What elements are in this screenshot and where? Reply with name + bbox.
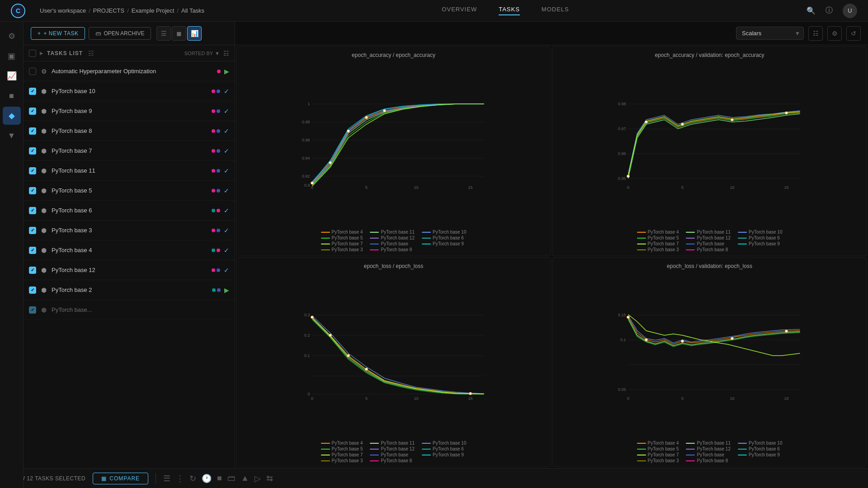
legend-color xyxy=(422,244,431,244)
task-checkbox-base3[interactable] xyxy=(29,227,36,234)
tab-models[interactable]: MODELS xyxy=(542,6,569,15)
open-archive-button[interactable]: 🗃 OPEN ARCHIVE xyxy=(89,27,151,40)
layout-icon[interactable]: ⚙ xyxy=(827,26,842,41)
open-archive-label: OPEN ARCHIVE xyxy=(104,30,144,37)
sidebar-item-experiments[interactable]: 📈 xyxy=(3,67,21,85)
search-icon[interactable]: 🔍 xyxy=(807,6,816,15)
content-area: Scalars Plots Debug Samples ▼ ☷ ⚙ ↺ epoc… xyxy=(235,22,868,468)
task-item-base3[interactable]: ⬢ PyTorch base 3 ✓ xyxy=(24,221,235,240)
task-item-base10[interactable]: ⬢ PyTorch base 10 ✓ xyxy=(24,81,235,101)
task-checkbox-base6[interactable] xyxy=(29,207,36,214)
task-checkbox-base9[interactable] xyxy=(29,108,36,115)
new-task-button[interactable]: + + NEW TASK xyxy=(31,27,85,40)
task-checkbox-base10[interactable] xyxy=(29,88,36,95)
svg-point-33 xyxy=(645,121,648,123)
legend-label: PyTorch base 4 xyxy=(648,230,679,235)
view-list-button[interactable]: ☰ xyxy=(156,26,171,41)
task-item-partial[interactable]: ⬢ PyTorch base... xyxy=(24,300,235,320)
collapse-icon[interactable]: ▶ xyxy=(40,51,43,56)
task-checkbox-base4[interactable] xyxy=(29,247,36,254)
task-item-base12[interactable]: ⬢ PyTorch base 12 ✓ xyxy=(24,260,235,280)
sidebar-item-home[interactable]: ⚙ xyxy=(3,27,21,45)
task-item-hpo[interactable]: ⚙ Automatic Hyperparameter Optimization … xyxy=(24,61,235,81)
view-chart-button[interactable]: 📊 xyxy=(187,26,202,41)
history-icon[interactable]: 🕐 xyxy=(202,474,212,483)
breadcrumb-workspace[interactable]: User's workspace xyxy=(40,7,86,14)
list-icon[interactable]: ☰ xyxy=(163,474,170,483)
sidebar-item-tasks[interactable]: ◆ xyxy=(3,107,21,125)
move-icon[interactable]: ⇆ xyxy=(266,474,273,483)
task-item-base11[interactable]: ⬢ PyTorch base 11 ✓ xyxy=(24,161,235,181)
tasks-list-header: ▶ TASKS LIST ☷ SORTED BY ▼ ☷ xyxy=(24,45,235,61)
svg-text:15: 15 xyxy=(784,185,788,190)
breadcrumb-projects[interactable]: PROJECTS xyxy=(93,7,124,14)
refresh2-icon[interactable]: ↻ xyxy=(189,474,196,483)
scalars-select[interactable]: Scalars Plots Debug Samples xyxy=(736,27,804,40)
view-grid-button[interactable]: ◼ xyxy=(172,26,186,41)
legend-item: PyTorch base 5 xyxy=(321,235,363,240)
dot1 xyxy=(212,169,215,173)
legend-label: PyTorch base 4 xyxy=(332,441,363,446)
refresh-icon[interactable]: ↺ xyxy=(846,26,861,41)
task-name-base7: PyTorch base 7 xyxy=(52,147,208,154)
charts-grid: epoch_accuracy / epoch_accuracy 1 0.98 0… xyxy=(235,45,868,468)
task-dots-base12 xyxy=(212,268,220,272)
archive2-icon[interactable]: 🗃 xyxy=(227,474,236,483)
breadcrumb-project[interactable]: Example Project xyxy=(132,7,175,14)
task-checkbox-base2[interactable] xyxy=(29,286,36,294)
sorted-by-control[interactable]: SORTED BY ▼ xyxy=(184,51,220,56)
chart-epoch-accuracy-svg: 1 0.98 0.96 0.94 0.92 0.9 0 5 10 15 xyxy=(244,99,543,190)
legend-item: PyTorch base 3 xyxy=(321,458,363,463)
task-checkbox-base8[interactable] xyxy=(29,127,36,135)
dot2 xyxy=(217,249,220,252)
compare-button[interactable]: ▦ COMPARE xyxy=(93,473,148,484)
legend-color xyxy=(321,460,330,461)
settings-icon[interactable]: ☷ xyxy=(808,26,823,41)
task-checkbox-base7[interactable] xyxy=(29,147,36,155)
help-icon[interactable]: ⓘ xyxy=(825,6,834,15)
legend-label: PyTorch base 4 xyxy=(648,441,679,446)
filter-icon[interactable]: ☷ xyxy=(223,50,229,57)
chart-epoch-accuracy-svg-area: 1 0.98 0.96 0.94 0.92 0.9 0 5 10 15 xyxy=(244,62,543,227)
task-item-base7[interactable]: ⬢ PyTorch base 7 ✓ xyxy=(24,141,235,161)
dots-icon[interactable]: ⋮ xyxy=(176,474,184,483)
sidebar-item-pipelines[interactable]: ▼ xyxy=(3,127,21,145)
user-avatar[interactable]: U xyxy=(843,4,857,18)
task-item-base8[interactable]: ⬢ PyTorch base 8 ✓ xyxy=(24,121,235,141)
legend-label: PyTorch base 9 xyxy=(433,241,464,246)
tab-tasks[interactable]: TASKS xyxy=(499,6,520,15)
svg-text:5: 5 xyxy=(365,396,368,401)
svg-text:15: 15 xyxy=(784,396,788,401)
task-dots-base11 xyxy=(212,169,220,173)
sidebar-item-models[interactable]: ■ xyxy=(3,87,21,105)
tab-overview[interactable]: OVERVIEW xyxy=(442,6,477,15)
tag-icon[interactable]: ▷ xyxy=(255,474,261,483)
select-all-checkbox[interactable] xyxy=(29,50,36,57)
task-item-base6[interactable]: ⬢ PyTorch base 6 ✓ xyxy=(24,201,235,221)
task-checkbox-partial[interactable] xyxy=(29,306,36,314)
stop-icon[interactable]: ■ xyxy=(217,474,222,483)
legend-label: PyTorch base 5 xyxy=(332,446,363,451)
task-item-base9[interactable]: ⬢ PyTorch base 9 ✓ xyxy=(24,101,235,121)
task-checkbox-base11[interactable] xyxy=(29,167,36,174)
task-item-base2[interactable]: ⬢ PyTorch base 2 ▶ xyxy=(24,280,235,300)
legend-label: PyTorch base 6 xyxy=(749,235,780,240)
tasks-filter-icon[interactable]: ☷ xyxy=(88,50,94,57)
legend-color xyxy=(686,232,695,233)
svg-point-18 xyxy=(365,116,368,119)
legend-item: PyTorch base 9 xyxy=(738,452,783,457)
legend-item: PyTorch base 6 xyxy=(738,446,783,451)
task-play-base2: ▶ xyxy=(224,286,229,294)
upload-icon[interactable]: ▲ xyxy=(241,474,249,483)
chart-val-epoch-accuracy: epoch_accuracy / validation: epoch_accur… xyxy=(552,46,867,256)
task-checkbox-base12[interactable] xyxy=(29,267,36,274)
task-checkbox-hpo[interactable] xyxy=(29,68,36,75)
legend-color xyxy=(321,238,330,239)
task-item-base4[interactable]: ⬢ PyTorch base 4 ✓ xyxy=(24,240,235,260)
breadcrumb: User's workspace / PROJECTS / Example Pr… xyxy=(40,7,204,14)
legend-item: PyTorch base 6 xyxy=(422,446,467,451)
sidebar-item-dashboard[interactable]: ▣ xyxy=(3,47,21,65)
legend-label: PyTorch base 4 xyxy=(332,230,363,235)
task-checkbox-base5[interactable] xyxy=(29,187,36,194)
task-item-base5[interactable]: ⬢ PyTorch base 5 ✓ xyxy=(24,181,235,201)
